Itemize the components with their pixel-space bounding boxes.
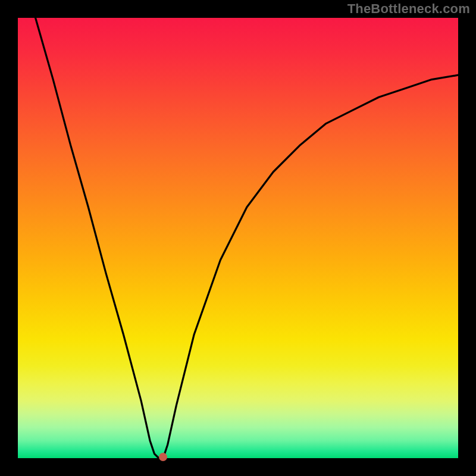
plot-area <box>18 18 458 458</box>
watermark-text: TheBottleneck.com <box>347 1 470 17</box>
chart-frame: TheBottleneck.com <box>0 0 476 476</box>
curve-svg <box>18 18 458 458</box>
bottleneck-curve <box>36 18 458 458</box>
optimal-point-marker <box>159 453 167 461</box>
